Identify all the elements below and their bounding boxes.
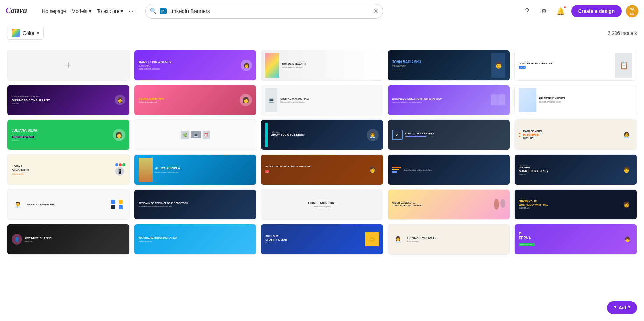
plus-icon: + (65, 59, 72, 72)
template-card[interactable]: JONATHAN PATTERSON TITLE 📋 (514, 50, 637, 81)
template-card[interactable]: BRIGITTE SCHWARTZ CLINICAL PSYCHOLOGIST (514, 85, 637, 116)
template-card[interactable]: Aimer la beauté,c'est voir la lumière. (388, 189, 510, 220)
color-filter-button[interactable]: Color ▾ (7, 27, 44, 40)
template-card[interactable]: ✓ DIGITAL MARKETING (388, 119, 510, 150)
template-card[interactable]: GET BETTER ON SOCIAL MEDIA MARKETING IM … (261, 154, 383, 185)
template-card[interactable]: GROW YOUR BUSINESS WITH US BUSINESS CONS… (7, 85, 130, 116)
template-card[interactable]: 💻 DIGITAL MARKETING Optimizing Your Mark… (261, 85, 383, 116)
template-card[interactable]: Lionel Monfort Professeur Adjoint (261, 189, 383, 220)
template-card[interactable]: 👩‍💼 Hannah Morales Head Manager (388, 224, 510, 255)
template-card[interactable]: Allez Au-Delà. Agence de voyage Tourisme… (134, 154, 257, 185)
template-card[interactable]: Help you to GROW YOUR BUSINESS contact i… (261, 119, 383, 150)
template-card[interactable]: MANAGE YOUR BUSINESS WITH US 👩‍💼 (514, 119, 637, 150)
template-card[interactable]: JULIANA SILVA BUSINESS EXPERT contact in… (7, 119, 130, 150)
search-icon: 🔍 (150, 8, 157, 14)
template-card[interactable]: YOUR LOGO WE AREMARKETING AGENCY contact… (514, 154, 637, 185)
template-card[interactable]: 👨‍💼 Francois Mercer (7, 189, 130, 220)
settings-button[interactable]: ⚙ (538, 5, 550, 17)
content-area: + MARKETING AGENCY CLARA NADYA Digital M… (0, 44, 644, 260)
avatar[interactable]: WED (626, 5, 638, 17)
main-nav: Homepage Models ▾ To explore ▾ ··· (42, 7, 137, 15)
clear-search-button[interactable]: ✕ (373, 7, 378, 15)
chevron-down-icon: ▾ (89, 8, 91, 14)
template-card[interactable]: 🌿 💻 ⏰ (134, 119, 257, 150)
header: C anva Homepage Models ▾ To explore ▾ ··… (0, 0, 644, 22)
filter-chevron-icon: ▾ (37, 31, 39, 36)
template-card[interactable]: GROW YOURBUSINESS* WITH ME. CLAUDIA ALVE… (514, 189, 637, 220)
models-count: 2,206 models (608, 30, 637, 36)
template-card[interactable]: Business Solution For Startup Learn perf… (388, 85, 510, 116)
help-button[interactable]: ? (521, 5, 533, 17)
nav-homepage[interactable]: Homepage (42, 8, 66, 14)
template-card[interactable]: Réseaux de Technologie Redditech Service… (134, 189, 257, 220)
blank-template-card[interactable]: + (7, 50, 130, 81)
filter-label: Color (23, 30, 34, 36)
svg-text:anva: anva (10, 6, 27, 15)
search-bar: 🔍 in ✕ (145, 4, 383, 19)
canva-logo[interactable]: C anva (6, 5, 34, 17)
template-card[interactable]: Join OurCHARITY EVENT More information 🤝 (261, 224, 383, 255)
template-card[interactable]: PFerna... MARKETING STRA... 👨 (514, 224, 637, 255)
template-card[interactable]: MARKETING AGENCY CLARA NADYA Digital Mar… (134, 50, 257, 81)
nav-explore[interactable]: To explore ▾ (97, 8, 123, 14)
chevron-down-icon: ▾ (121, 8, 123, 14)
notification-dot (563, 6, 566, 9)
search-input[interactable] (169, 8, 370, 14)
nav-more[interactable]: ··· (129, 7, 137, 15)
template-card[interactable]: 👤 Creative Channel website info (7, 224, 130, 255)
linkedin-badge: in (160, 8, 167, 14)
nav-models[interactable]: Models ▾ (72, 8, 91, 14)
notifications-wrap: 🔔 (554, 5, 567, 17)
template-card[interactable]: Keep hustling to the finish line. (388, 154, 510, 185)
toolbar: Color ▾ 2,206 models (0, 22, 644, 44)
template-card[interactable]: LORNAALVARADO Digital Marketer 📱 (7, 154, 130, 185)
templates-grid: + MARKETING AGENCY CLARA NADYA Digital M… (7, 50, 637, 255)
header-actions: ? ⚙ 🔔 Create a design WED (521, 5, 638, 17)
template-card[interactable]: ADORA MONTMINY Marketing Management 👩 (134, 85, 257, 116)
template-card[interactable]: John Badiashu IT CONSULTANT contact info… (388, 50, 510, 81)
template-card[interactable]: RUFUS STEWART Digital Marketing Speciali… (261, 50, 383, 81)
template-card[interactable]: WARDIERE INCORPORATED Marketing Agency (134, 224, 257, 255)
avatar-initials: WED (630, 7, 634, 15)
create-design-button[interactable]: Create a design (571, 5, 622, 17)
color-swatch (12, 29, 20, 37)
